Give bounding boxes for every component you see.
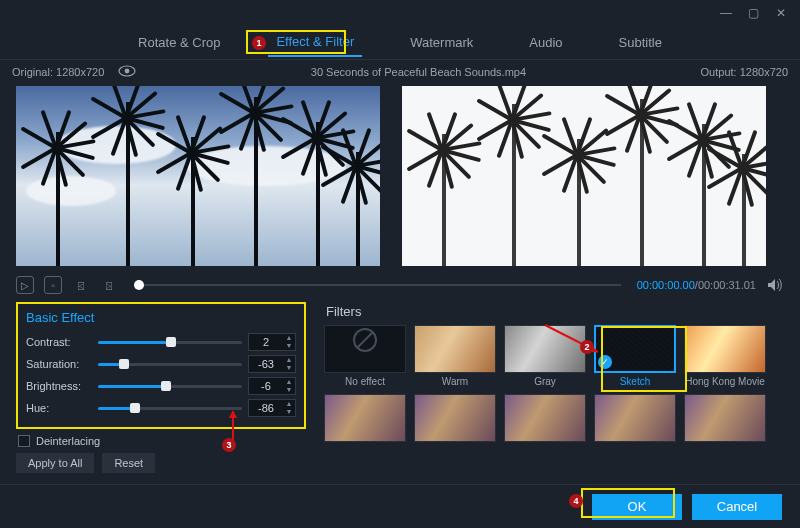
time-total: 00:00:31.01 bbox=[698, 279, 756, 291]
slider-saturation[interactable] bbox=[98, 357, 242, 371]
tab-subtitle[interactable]: Subtitle bbox=[611, 29, 670, 56]
footer: OK Cancel bbox=[0, 484, 800, 528]
original-res-label: Original: 1280x720 bbox=[12, 66, 104, 78]
filter-item-no-effect[interactable]: No effect bbox=[324, 325, 406, 388]
filter-item-hong-kong-movie[interactable]: Hong Kong Movie bbox=[684, 325, 766, 388]
play-button[interactable]: ▷ bbox=[16, 276, 34, 294]
filter-item-sketch[interactable]: ✓Sketch bbox=[594, 325, 676, 388]
check-icon: ✓ bbox=[598, 355, 612, 369]
slider-label: Hue: bbox=[26, 402, 92, 414]
spin-down-icon[interactable]: ▼ bbox=[283, 342, 295, 350]
playback-bar: ▷ ▫ ⍃ ⍄ 00:00:00.00/00:00:31.01 bbox=[0, 272, 800, 298]
tab-bar: Rotate & Crop Effect & Filter Watermark … bbox=[0, 26, 800, 60]
deinterlacing-checkbox[interactable] bbox=[18, 435, 30, 447]
filter-thumb[interactable]: ✓ bbox=[594, 325, 676, 373]
filter-item-gray[interactable]: Gray bbox=[504, 325, 586, 388]
spin-up-icon[interactable]: ▲ bbox=[283, 400, 295, 408]
editor-window: — ▢ ✕ Rotate & Crop Effect & Filter Wate… bbox=[0, 0, 800, 528]
filter-caption bbox=[594, 445, 676, 457]
svg-line-3 bbox=[357, 332, 373, 348]
tab-audio[interactable]: Audio bbox=[521, 29, 570, 56]
filter-thumb[interactable] bbox=[684, 394, 766, 442]
filters-title: Filters bbox=[326, 304, 784, 319]
ok-button[interactable]: OK bbox=[592, 494, 682, 520]
basic-effect-panel: Basic Effect Contrast:2▲▼Saturation:-63▲… bbox=[16, 302, 306, 480]
spin-up-icon[interactable]: ▲ bbox=[283, 378, 295, 386]
filter-thumb[interactable] bbox=[324, 394, 406, 442]
preview-toggle-icon[interactable] bbox=[118, 65, 136, 79]
filter-thumb[interactable] bbox=[504, 325, 586, 373]
filter-thumb[interactable] bbox=[414, 325, 496, 373]
lower-panel: Basic Effect Contrast:2▲▼Saturation:-63▲… bbox=[0, 298, 800, 484]
spin-down-icon[interactable]: ▼ bbox=[283, 364, 295, 372]
slider-label: Saturation: bbox=[26, 358, 92, 370]
info-bar: Original: 1280x720 30 Seconds of Peacefu… bbox=[0, 60, 800, 84]
filter-item-more[interactable] bbox=[594, 394, 676, 457]
svg-point-1 bbox=[125, 69, 130, 74]
filter-item-more[interactable] bbox=[684, 394, 766, 457]
time-current: 00:00:00.00 bbox=[637, 279, 695, 291]
filter-caption: Gray bbox=[504, 376, 586, 388]
tab-effect-filter[interactable]: Effect & Filter bbox=[268, 28, 362, 57]
filters-grid-2 bbox=[324, 394, 784, 457]
slider-label: Contrast: bbox=[26, 336, 92, 348]
seek-slider[interactable] bbox=[134, 284, 621, 286]
filter-caption bbox=[684, 445, 766, 457]
value-box[interactable]: -63▲▼ bbox=[248, 355, 296, 373]
next-frame-button[interactable]: ⍄ bbox=[100, 276, 118, 294]
preview-row bbox=[0, 84, 800, 272]
close-button[interactable]: ✕ bbox=[776, 6, 790, 20]
filter-caption: No effect bbox=[324, 376, 406, 388]
filter-thumb[interactable] bbox=[684, 325, 766, 373]
stop-button[interactable]: ▫ bbox=[44, 276, 62, 294]
preview-original bbox=[16, 86, 380, 266]
value-box[interactable]: -6▲▼ bbox=[248, 377, 296, 395]
maximize-button[interactable]: ▢ bbox=[748, 6, 762, 20]
filter-item-more[interactable] bbox=[324, 394, 406, 457]
basic-effect-title: Basic Effect bbox=[26, 310, 296, 325]
filter-caption: Warm bbox=[414, 376, 496, 388]
filter-thumb[interactable] bbox=[594, 394, 676, 442]
filter-thumb[interactable] bbox=[414, 394, 496, 442]
filter-thumb[interactable] bbox=[324, 325, 406, 373]
filter-item-warm[interactable]: Warm bbox=[414, 325, 496, 388]
preview-output bbox=[402, 86, 766, 266]
volume-icon[interactable] bbox=[766, 276, 784, 294]
filter-caption bbox=[504, 445, 586, 457]
minimize-button[interactable]: — bbox=[720, 6, 734, 20]
slider-hue[interactable] bbox=[98, 401, 242, 415]
slider-brightness[interactable] bbox=[98, 379, 242, 393]
cancel-button[interactable]: Cancel bbox=[692, 494, 782, 520]
spin-down-icon[interactable]: ▼ bbox=[283, 386, 295, 394]
time-display: 00:00:00.00/00:00:31.01 bbox=[637, 279, 756, 291]
filename-label: 30 Seconds of Peaceful Beach Sounds.mp4 bbox=[311, 66, 526, 78]
tab-watermark[interactable]: Watermark bbox=[402, 29, 481, 56]
spin-up-icon[interactable]: ▲ bbox=[283, 356, 295, 364]
spin-up-icon[interactable]: ▲ bbox=[283, 334, 295, 342]
deinterlacing-row: Deinterlacing bbox=[18, 435, 306, 447]
filter-caption: Hong Kong Movie bbox=[684, 376, 766, 388]
deinterlacing-label: Deinterlacing bbox=[36, 435, 100, 447]
reset-button[interactable]: Reset bbox=[102, 453, 155, 473]
basic-effect-box: Basic Effect Contrast:2▲▼Saturation:-63▲… bbox=[16, 302, 306, 429]
slider-label: Brightness: bbox=[26, 380, 92, 392]
filter-caption bbox=[414, 445, 496, 457]
tab-rotate-crop[interactable]: Rotate & Crop bbox=[130, 29, 228, 56]
filters-grid: No effectWarmGray✓SketchHong Kong Movie bbox=[324, 325, 784, 388]
value-box[interactable]: 2▲▼ bbox=[248, 333, 296, 351]
filter-caption: Sketch bbox=[594, 376, 676, 388]
filter-thumb[interactable] bbox=[504, 394, 586, 442]
titlebar: — ▢ ✕ bbox=[0, 0, 800, 26]
filter-item-more[interactable] bbox=[414, 394, 496, 457]
value-box[interactable]: -86▲▼ bbox=[248, 399, 296, 417]
filter-caption bbox=[324, 445, 406, 457]
prev-frame-button[interactable]: ⍃ bbox=[72, 276, 90, 294]
apply-to-all-button[interactable]: Apply to All bbox=[16, 453, 94, 473]
slider-contrast[interactable] bbox=[98, 335, 242, 349]
spin-down-icon[interactable]: ▼ bbox=[283, 408, 295, 416]
filters-panel: Filters No effectWarmGray✓SketchHong Kon… bbox=[324, 302, 784, 480]
filter-item-more[interactable] bbox=[504, 394, 586, 457]
output-res-label: Output: 1280x720 bbox=[701, 66, 788, 78]
